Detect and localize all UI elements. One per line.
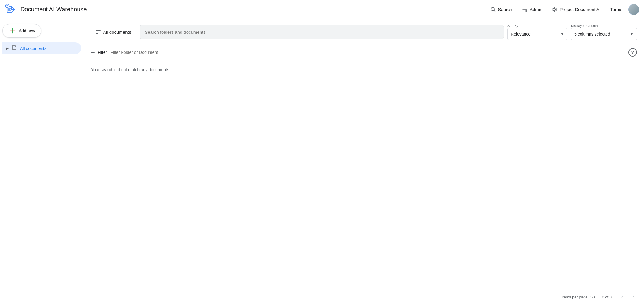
main-content: All documents Sort By Relevance ▼ Displa… <box>84 19 644 305</box>
filter-text-label: Filter <box>98 50 107 55</box>
all-documents-filter-label: All documents <box>103 30 131 35</box>
app-title: Document AI Warehouse <box>20 6 87 13</box>
document-icon <box>12 45 17 52</box>
header-nav: Search Admin Project Document AI <box>487 4 639 15</box>
sort-by-value: Relevance <box>511 32 531 36</box>
app-logo-icon <box>5 4 17 16</box>
document-area: Your search did not match any documents. <box>84 60 644 289</box>
displayed-columns-chevron-icon: ▼ <box>630 32 634 36</box>
terms-nav-label: Terms <box>610 7 622 12</box>
filter-bar: Filter ? <box>84 45 644 60</box>
items-per-page-label: Items per page: <box>562 295 589 299</box>
search-nav-icon <box>490 7 496 13</box>
admin-nav-label: Admin <box>530 7 543 12</box>
svg-point-7 <box>526 10 527 12</box>
app-body: Add new ▶ All documents All d <box>0 19 644 305</box>
gear-icon <box>552 7 558 13</box>
svg-point-2 <box>491 7 494 11</box>
sidebar: Add new ▶ All documents <box>0 19 84 305</box>
logo-area: Document AI Warehouse <box>5 4 87 16</box>
terms-nav-button[interactable]: Terms <box>607 4 626 14</box>
svg-point-1 <box>5 4 9 8</box>
sort-by-wrap: Sort By Relevance ▼ <box>507 24 567 40</box>
pagination-prev-button[interactable]: ‹ <box>619 293 625 301</box>
search-input-wrap[interactable] <box>140 25 504 39</box>
footer: Items per page: 50 0 of 0 ‹ › <box>84 289 644 305</box>
items-per-page-value: 50 <box>590 295 595 299</box>
add-new-button[interactable]: Add new <box>2 24 41 38</box>
add-new-label: Add new <box>19 28 35 33</box>
svg-line-3 <box>494 10 495 12</box>
help-icon[interactable]: ? <box>628 48 637 57</box>
sort-by-chevron-icon: ▼ <box>560 32 564 36</box>
sort-by-label: Sort By <box>507 24 567 28</box>
svg-point-8 <box>554 9 556 10</box>
all-documents-filter-button[interactable]: All documents <box>91 25 136 39</box>
filter-label-area: Filter <box>91 50 107 55</box>
chevron-right-icon: ▶ <box>6 46 9 51</box>
project-nav-label: Project Document AI <box>560 7 601 12</box>
pagination-info: 0 of 0 <box>602 295 612 299</box>
project-nav-button[interactable]: Project Document AI <box>548 4 604 15</box>
pagination-next-button[interactable]: › <box>630 293 637 301</box>
displayed-columns-wrap: Displayed Columns 5 columns selected ▼ <box>571 24 637 40</box>
avatar-image <box>628 4 639 15</box>
plus-icon <box>9 27 16 34</box>
filter-input[interactable] <box>110 50 625 55</box>
search-nav-button[interactable]: Search <box>487 4 516 15</box>
admin-nav-icon <box>522 7 528 13</box>
search-nav-label: Search <box>498 7 512 12</box>
search-input[interactable] <box>145 30 499 35</box>
admin-nav-button[interactable]: Admin <box>518 4 546 15</box>
sidebar-all-documents-label: All documents <box>20 46 46 51</box>
no-results-message: Your search did not match any documents. <box>91 67 170 72</box>
sidebar-item-all-documents[interactable]: ▶ All documents <box>2 42 81 54</box>
header: Document AI Warehouse Search Admin <box>0 0 644 19</box>
user-avatar[interactable] <box>628 4 639 15</box>
displayed-columns-value: 5 columns selected <box>574 32 610 36</box>
filter-icon <box>91 51 96 54</box>
search-area: All documents Sort By Relevance ▼ Displa… <box>84 19 644 45</box>
filter-lines-icon <box>96 30 101 34</box>
sort-by-select[interactable]: Relevance ▼ <box>507 28 567 40</box>
displayed-columns-label: Displayed Columns <box>571 24 637 28</box>
items-per-page-area: Items per page: 50 <box>562 295 595 299</box>
displayed-columns-select[interactable]: 5 columns selected ▼ <box>571 28 637 40</box>
